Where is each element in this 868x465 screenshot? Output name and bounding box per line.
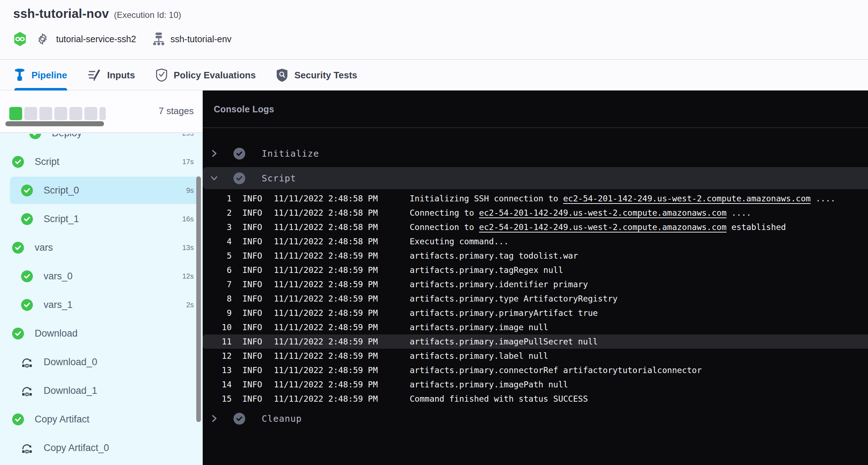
title-row: ssh-tutorial-nov (Execution Id: 10) (13, 6, 181, 21)
log-line[interactable]: 11 INFO 11/11/2022 2:48:59 PM artifacts.… (203, 334, 868, 349)
tab-inputs[interactable]: Inputs (88, 60, 135, 90)
stage-label: vars_0 (44, 271, 73, 282)
success-status-icon (233, 148, 245, 160)
stage-row-script-1[interactable]: Script_1 16s (0, 205, 203, 233)
log-timestamp: 11/11/2022 2:48:58 PM (274, 237, 381, 246)
log-timestamp: 11/11/2022 2:48:59 PM (274, 394, 381, 403)
loop-steps-icon (21, 442, 33, 454)
section-cleanup[interactable]: Cleanup (203, 406, 868, 431)
section-initialize[interactable]: Initialize (203, 141, 868, 166)
stage-row-deploy[interactable]: Deploy 29s (0, 134, 203, 147)
stage-row-script-0[interactable]: Script_0 9s (0, 176, 203, 205)
log-line-number: 7 (203, 280, 232, 289)
stage-duration: 17s (182, 158, 194, 166)
log-line[interactable]: 1 INFO 11/11/2022 2:48:58 PM Initializin… (203, 191, 868, 206)
log-message: artifacts.primary.label null (410, 351, 548, 361)
log-line[interactable]: 15 INFO 11/11/2022 2:48:59 PM Command fi… (203, 392, 868, 406)
success-status-icon (233, 172, 245, 184)
log-message: artifacts.primary.image null (410, 323, 548, 332)
service-name[interactable]: tutorial-service-ssh2 (56, 34, 136, 44)
log-line[interactable]: 13 INFO 11/11/2022 2:48:59 PM artifacts.… (203, 363, 868, 377)
stage-row-script[interactable]: Script 17s (0, 147, 203, 176)
stage-graph-scrollbar[interactable] (5, 121, 104, 126)
log-line[interactable]: 8 INFO 11/11/2022 2:48:59 PM artifacts.p… (203, 292, 868, 306)
log-line[interactable]: 3 INFO 11/11/2022 2:48:58 PM Connection … (203, 220, 868, 234)
log-line[interactable]: 12 INFO 11/11/2022 2:48:59 PM artifacts.… (203, 349, 868, 363)
success-check-icon (12, 156, 24, 168)
log-line[interactable]: 6 INFO 11/11/2022 2:48:59 PM artifacts.p… (203, 263, 868, 277)
stage-count: 7 stages (159, 106, 194, 117)
stage-row-vars-0[interactable]: vars_0 12s (0, 262, 203, 290)
log-line[interactable]: 7 INFO 11/11/2022 2:48:59 PM artifacts.p… (203, 277, 868, 292)
progress-segment (9, 107, 22, 120)
log-level: INFO (242, 380, 263, 389)
log-timestamp: 11/11/2022 2:48:59 PM (274, 265, 381, 275)
log-message: artifacts.primary.tagRegex null (410, 265, 563, 275)
tab-pipeline[interactable]: Pipeline (14, 60, 67, 90)
log-message: Executing command... (410, 237, 509, 246)
log-message: Connection to ec2-54-201-142-249.us-west… (410, 222, 786, 232)
stage-label: vars_1 (44, 299, 73, 310)
stage-row-vars-1[interactable]: vars_1 2s (0, 290, 203, 319)
stage-row-download[interactable]: Download (0, 319, 203, 348)
environment-name[interactable]: ssh-tutorial-env (171, 34, 232, 44)
stage-row-download-1[interactable]: Download_1 (0, 376, 203, 405)
execution-header: ssh-tutorial-nov (Execution Id: 10) tuto… (0, 0, 868, 59)
success-check-icon (29, 134, 41, 139)
log-link[interactable]: ec2-54-201-142-249.us-west-2.compute.ama… (479, 222, 726, 232)
stage-row-copy-artifact[interactable]: Copy Artifact (0, 405, 203, 434)
page-title: ssh-tutorial-nov (13, 6, 109, 21)
stage-label: Download_0 (44, 357, 97, 368)
pipeline-icon (14, 68, 25, 82)
log-line[interactable]: 9 INFO 11/11/2022 2:48:59 PM artifacts.p… (203, 306, 868, 320)
log-link[interactable]: ec2-54-201-142-249.us-west-2.compute.ama… (563, 194, 810, 203)
stage-duration: 16s (182, 215, 194, 223)
log-line-number: 9 (203, 308, 232, 318)
log-line[interactable]: 10 INFO 11/11/2022 2:48:59 PM artifacts.… (203, 320, 868, 334)
chevron-down-icon[interactable] (210, 175, 218, 181)
tab-label: Security Tests (294, 70, 357, 81)
log-level: INFO (242, 208, 263, 217)
log-link[interactable]: ec2-54-201-142-249.us-west-2.compute.ama… (479, 208, 726, 217)
gear-icon (36, 33, 49, 45)
tab-policy-evaluations[interactable]: Policy Evaluations (156, 60, 256, 90)
log-line[interactable]: 14 INFO 11/11/2022 2:48:59 PM artifacts.… (203, 377, 868, 392)
stage-progress-bar (9, 107, 106, 120)
section-script[interactable]: Script (203, 167, 868, 189)
log-message: Connecting to ec2-54-201-142-249.us-west… (410, 208, 751, 217)
log-lines: 1 INFO 11/11/2022 2:48:58 PM Initializin… (203, 191, 868, 406)
log-line-number: 8 (203, 294, 232, 303)
log-line-number: 4 (203, 237, 232, 246)
log-level: INFO (242, 323, 263, 332)
log-message: artifacts.primary.primaryArtifact true (410, 308, 598, 318)
log-line[interactable]: 5 INFO 11/11/2022 2:48:59 PM artifacts.p… (203, 249, 868, 263)
log-timestamp: 11/11/2022 2:48:59 PM (274, 308, 381, 318)
stage-row-vars[interactable]: vars 13s (0, 233, 203, 262)
log-message: artifacts.primary.imagePullSecret null (410, 337, 598, 346)
log-level: INFO (242, 251, 263, 260)
chevron-right-icon[interactable] (210, 414, 218, 423)
success-check-icon (12, 413, 24, 425)
tab-security-tests[interactable]: Security Tests (276, 60, 357, 90)
stage-label: Script_1 (44, 214, 79, 225)
environment-icon (153, 32, 165, 46)
stage-row-copy-artifact-0[interactable]: Copy Artifact_0 (0, 434, 203, 462)
sidebar-scrollbar[interactable] (196, 176, 201, 422)
active-tab-underline (14, 88, 67, 90)
log-line-number: 11 (203, 337, 232, 346)
execution-id: (Execution Id: 10) (114, 10, 181, 20)
tab-label: Inputs (107, 70, 135, 81)
chevron-right-icon[interactable] (210, 149, 218, 158)
log-message: artifacts.primary.tag todolist.war (410, 251, 578, 260)
progress-segment (54, 107, 67, 120)
log-timestamp: 11/11/2022 2:48:59 PM (274, 280, 381, 289)
log-line-number: 6 (203, 265, 232, 275)
log-line-number: 2 (203, 208, 232, 217)
log-line[interactable]: 2 INFO 11/11/2022 2:48:58 PM Connecting … (203, 206, 868, 220)
log-line-number: 13 (203, 366, 232, 375)
stage-row-download-0[interactable]: Download_0 (0, 348, 203, 376)
log-level: INFO (242, 394, 263, 403)
console-body: Initialize Script 1 INFO 11/11/2022 2:48… (203, 129, 868, 465)
log-level: INFO (242, 294, 263, 303)
log-line[interactable]: 4 INFO 11/11/2022 2:48:58 PM Executing c… (203, 234, 868, 249)
